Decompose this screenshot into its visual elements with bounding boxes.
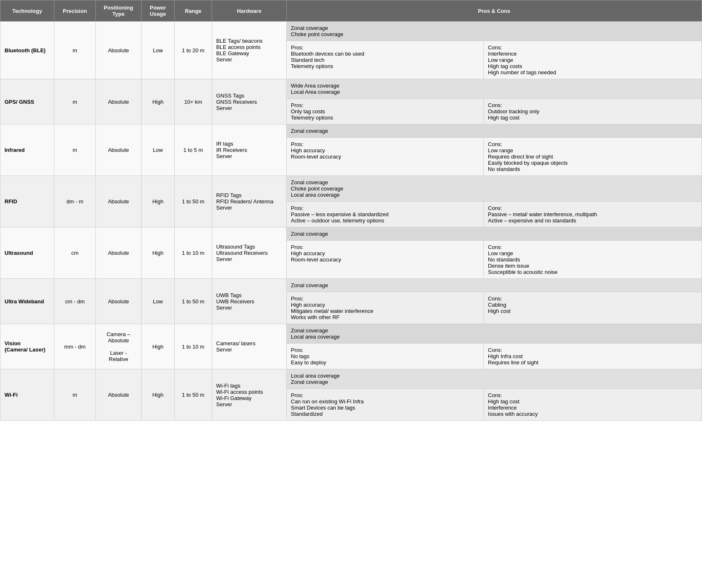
range-cell: 1 to 10 m [175,324,212,369]
coverage-row: Vision (Camera/ Laser)mm - dmCamera – Ab… [0,324,702,344]
positioning-cell: Absolute [96,176,141,227]
coverage-cell: Zonal coverage Local area coverage [287,324,702,344]
hardware-cell: Cameras/ lasers Server [212,324,287,369]
header-precision: Precision [54,0,96,22]
hardware-cell: Ultrasound Tags Ultrasound Receivers Ser… [212,227,287,279]
coverage-cell: Zonal coverage Choke point coverage Loca… [287,176,702,202]
precision-cell: cm [54,227,96,279]
coverage-row: InfraredmAbsoluteLow1 to 5 mIR tags IR R… [0,124,702,138]
hardware-cell: GNSS Tags GNSS Receivers Server [212,79,287,124]
coverage-cell: Zonal coverage Choke point coverage [287,22,702,41]
pros-cell: Pros: High accuracy Room-level accuracy [287,241,484,279]
header-pros-cons: Pros & Cons [287,0,702,22]
positioning-cell: Absolute [96,124,141,176]
hardware-cell: UWB Tags UWB Receivers Server [212,279,287,324]
hardware-cell: Wi-Fi tags Wi-Fi access points Wi-Fi Gat… [212,369,287,421]
positioning-cell: Absolute [96,22,141,79]
cons-cell: Cons: Outdoor tracking only High tag cos… [484,99,702,124]
power-cell: Low [141,22,175,79]
range-cell: 10+ km [175,79,212,124]
cons-cell: Cons: Low range No standards Dense item … [484,241,702,279]
pros-cell: Pros: Only tag costs Telemetry options [287,99,484,124]
range-cell: 1 to 20 m [175,22,212,79]
pros-cell: Pros: Bluetooth devices can be used Stan… [287,41,484,79]
coverage-cell: Zonal coverage [287,279,702,292]
tech-cell: Wi-Fi [0,369,54,421]
tech-cell: Vision (Camera/ Laser) [0,324,54,369]
positioning-cell: Camera – Absolute Laser - Relative [96,324,141,369]
header-range: Range [175,0,212,22]
precision-cell: m [54,79,96,124]
precision-cell: cm - dm [54,279,96,324]
positioning-cell: Absolute [96,279,141,324]
coverage-row: Bluetooth (BLE)mAbsoluteLow1 to 20 mBLE … [0,22,702,41]
hardware-cell: BLE Tags/ beacons BLE access points BLE … [212,22,287,79]
coverage-row: Wi-FimAbsoluteHigh1 to 50 mWi-Fi tags Wi… [0,369,702,389]
power-cell: High [141,176,175,227]
coverage-cell: Zonal coverage [287,227,702,241]
pros-cell: Pros: Can run on existing Wi-Fi Infra Sm… [287,389,484,421]
positioning-cell: Absolute [96,79,141,124]
range-cell: 1 to 10 m [175,227,212,279]
cons-cell: Cons: Cabling High cost [484,292,702,324]
hardware-cell: RFID Tags RFID Readers/ Antenna Server [212,176,287,227]
tech-cell: Infrared [0,124,54,176]
power-cell: High [141,369,175,421]
coverage-row: GPS/ GNSSmAbsoluteHigh10+ kmGNSS Tags GN… [0,79,702,99]
range-cell: 1 to 50 m [175,176,212,227]
header-hardware: Hardware [212,0,287,22]
range-cell: 1 to 50 m [175,279,212,324]
comparison-table: Technology Precision Positioning Type Po… [0,0,702,421]
power-cell: High [141,227,175,279]
coverage-cell: Wide Area coverage Local Area coverage [287,79,702,99]
cons-cell: Cons: Passive – metal/ water interferenc… [484,202,702,227]
hardware-cell: IR tags IR Receivers Server [212,124,287,176]
cons-cell: Cons: High tag cost Interference Issues … [484,389,702,421]
range-cell: 1 to 50 m [175,369,212,421]
header-power-usage: Power Usage [141,0,175,22]
coverage-row: RFIDdm - mAbsoluteHigh1 to 50 mRFID Tags… [0,176,702,202]
cons-cell: Cons: Low range Requires direct line of … [484,138,702,176]
power-cell: Low [141,124,175,176]
pros-cell: Pros: High accuracy Mitigates metal/ wat… [287,292,484,324]
precision-cell: dm - m [54,176,96,227]
tech-cell: Bluetooth (BLE) [0,22,54,79]
pros-cell: Pros: Passive – less expensive & standar… [287,202,484,227]
coverage-row: Ultra Widebandcm - dmAbsoluteLow1 to 50 … [0,279,702,292]
range-cell: 1 to 5 m [175,124,212,176]
header-technology: Technology [0,0,54,22]
tech-cell: Ultra Wideband [0,279,54,324]
tech-cell: RFID [0,176,54,227]
coverage-cell: Zonal coverage [287,124,702,138]
power-cell: High [141,324,175,369]
tech-cell: GPS/ GNSS [0,79,54,124]
precision-cell: mm - dm [54,324,96,369]
precision-cell: m [54,369,96,421]
power-cell: High [141,79,175,124]
precision-cell: m [54,124,96,176]
coverage-cell: Local area coverage Zonal coverage [287,369,702,389]
cons-cell: Cons: Interference Low range High tag co… [484,41,702,79]
positioning-cell: Absolute [96,369,141,421]
pros-cell: Pros: No tags Easy to deploy [287,344,484,369]
positioning-cell: Absolute [96,227,141,279]
header-positioning-type: Positioning Type [96,0,141,22]
pros-cell: Pros: High accuracy Room-level accuracy [287,138,484,176]
cons-cell: Cons: High Infra cost Requires line of s… [484,344,702,369]
power-cell: Low [141,279,175,324]
coverage-row: UltrasoundcmAbsoluteHigh1 to 10 mUltraso… [0,227,702,241]
tech-cell: Ultrasound [0,227,54,279]
precision-cell: m [54,22,96,79]
